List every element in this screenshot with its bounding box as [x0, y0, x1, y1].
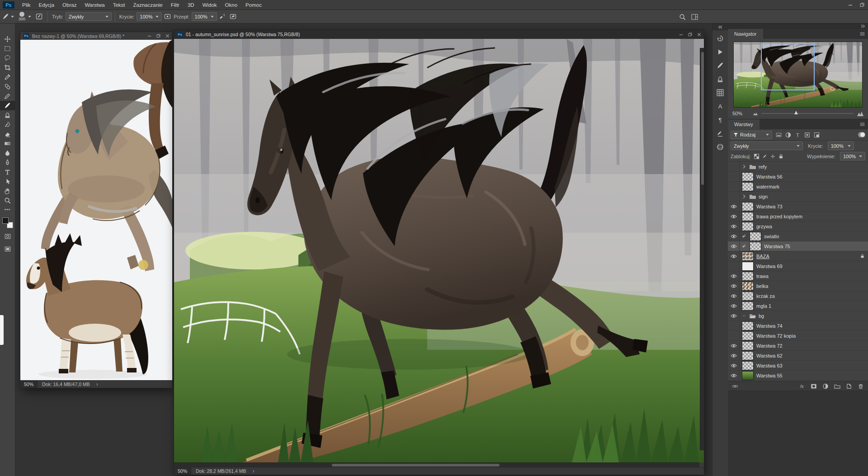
opacity-select[interactable]: 100% [137, 12, 162, 21]
close-icon[interactable] [165, 34, 170, 38]
layer-row-krzak-za[interactable]: krzak za [728, 291, 868, 301]
layer-row-belka[interactable]: belka [728, 281, 868, 291]
canvas-right-document[interactable] [174, 39, 704, 462]
search-icon[interactable] [679, 14, 686, 20]
layer-thumbnail[interactable] [742, 292, 754, 301]
minimize-button[interactable] [844, 0, 856, 10]
visibility-toggle[interactable] [728, 271, 740, 281]
layers-blend-mode-select[interactable]: Zwykły [731, 141, 803, 150]
layer-row-baza[interactable]: BAZA [728, 251, 868, 261]
layer-row-grzywa[interactable]: grzywa [728, 222, 868, 231]
layer-thumbnail[interactable] [742, 182, 754, 191]
new-layer-icon[interactable] [845, 382, 853, 390]
tab-navigator[interactable]: Nawigator [728, 29, 763, 39]
new-group-icon[interactable] [833, 382, 841, 390]
lock-position-icon[interactable] [769, 153, 777, 160]
paragraph-panel-icon[interactable]: ¶ [714, 114, 726, 125]
brush-size-picker[interactable]: 300 [16, 11, 33, 23]
group-toggle[interactable] [741, 314, 747, 318]
navigator-proxy-rect[interactable] [761, 43, 815, 90]
menu-item-zaznaczanie[interactable]: Zaznaczanie [129, 0, 167, 10]
layer-mask-icon[interactable] [810, 382, 818, 390]
lock-all-icon[interactable] [778, 153, 785, 160]
slider-thumb[interactable] [794, 111, 798, 114]
history-panel-icon[interactable] [714, 33, 726, 44]
layer-row-trawa-przed-kopytem[interactable]: trawa przed kopytem [728, 212, 868, 222]
visibility-toggle[interactable] [728, 202, 740, 212]
layer-row-warstwa-73[interactable]: Warstwa 73 [728, 202, 868, 212]
layer-style-icon[interactable]: fx [798, 382, 806, 390]
layer-row-sign[interactable]: sign [728, 192, 868, 202]
layer-thumbnail[interactable] [742, 371, 754, 380]
layer-thumbnail[interactable] [742, 172, 754, 181]
type-tool[interactable] [0, 167, 15, 177]
zoom-field[interactable]: 50% [20, 381, 38, 388]
visibility-toggle[interactable] [728, 371, 740, 381]
blur-tool[interactable] [0, 148, 15, 158]
layer-row-mgla-1[interactable]: mgla 1 [728, 301, 868, 311]
layer-thumbnail[interactable] [742, 351, 754, 360]
layer-thumbnail[interactable] [750, 232, 761, 241]
visibility-toggle[interactable] [728, 341, 740, 351]
horizontal-scrollbar[interactable] [174, 462, 699, 467]
menu-item-plik[interactable]: Plik [18, 0, 35, 10]
pencil-tool[interactable] [0, 91, 15, 101]
airbrush-icon[interactable] [217, 11, 228, 22]
zoom-in-icon[interactable] [857, 111, 863, 116]
image-filter-icon[interactable] [774, 131, 783, 139]
healing-brush-tool[interactable] [0, 82, 15, 91]
visibility-toggle[interactable] [728, 311, 740, 321]
layer-row-trawa[interactable]: trawa [728, 271, 868, 281]
visibility-toggle[interactable] [728, 172, 740, 182]
marquee-tool[interactable] [0, 44, 15, 53]
path-selection-tool[interactable] [0, 177, 15, 186]
visibility-toggle[interactable] [728, 261, 740, 271]
layer-row-bg[interactable]: bg [728, 311, 868, 321]
pen-tool[interactable] [0, 158, 15, 167]
color-swatches[interactable] [2, 217, 13, 228]
layer-thumbnail[interactable] [742, 341, 754, 350]
layer-thumbnail[interactable] [750, 242, 761, 251]
layer-row-warstwa-56[interactable]: Warstwa 56 [728, 172, 868, 182]
group-toggle[interactable] [741, 194, 747, 198]
clone-stamp-tool[interactable] [0, 110, 15, 120]
adjustment-layer-icon[interactable] [821, 382, 830, 390]
delete-layer-icon[interactable] [857, 382, 865, 390]
shape-filter-icon[interactable] [803, 131, 811, 139]
adjustment-filter-icon[interactable] [784, 131, 793, 139]
actions-panel-icon[interactable] [714, 46, 726, 57]
layer-row-watermark[interactable]: watermark [728, 182, 868, 192]
flow-select[interactable]: 100% [192, 12, 217, 21]
layers-fill-select[interactable]: 100% [840, 152, 865, 160]
layer-row-warstwa-55[interactable]: Warstwa 55 [728, 371, 868, 381]
document-title-bar[interactable]: Ps 01 - autumn_sunrise.psd @ 50% (Warstw… [174, 30, 704, 39]
tab-layers[interactable]: Warstwy [728, 119, 760, 129]
layer-thumbnail[interactable] [742, 361, 754, 370]
layer-thumbnail[interactable] [742, 282, 754, 291]
layer-thumbnail[interactable] [742, 252, 754, 261]
scrollbar-thumb[interactable] [701, 52, 704, 185]
restore-button[interactable] [856, 0, 868, 10]
menu-item-warstwa[interactable]: Warstwa [80, 0, 108, 10]
character-styles-panel-icon[interactable] [714, 87, 726, 98]
lock-pixels-icon[interactable] [761, 153, 769, 160]
group-toggle[interactable] [741, 165, 747, 169]
menu-item-3d[interactable]: 3D [184, 0, 198, 10]
hand-tool[interactable] [0, 186, 15, 196]
layer-thumbnail[interactable] [742, 262, 754, 271]
zoom-out-icon[interactable] [753, 112, 758, 115]
layers-opacity-select[interactable]: 100% [828, 141, 854, 150]
visibility-toggle[interactable] [728, 212, 740, 222]
type-filter-icon[interactable]: T [793, 131, 802, 139]
expand-panels-button[interactable] [712, 24, 728, 30]
lasso-tool[interactable] [0, 53, 15, 63]
navigator-zoom-value[interactable]: 50% [732, 111, 742, 116]
foreground-color-swatch[interactable] [2, 217, 9, 224]
layer-row-warstwa-69[interactable]: Warstwa 69 [728, 261, 868, 271]
gradient-tool[interactable] [0, 139, 15, 148]
link-layers-icon[interactable] [731, 382, 739, 390]
brush-tool[interactable] [0, 101, 15, 110]
close-icon[interactable] [697, 33, 701, 37]
move-tool[interactable] [0, 34, 15, 44]
history-brush-tool[interactable] [0, 120, 15, 129]
